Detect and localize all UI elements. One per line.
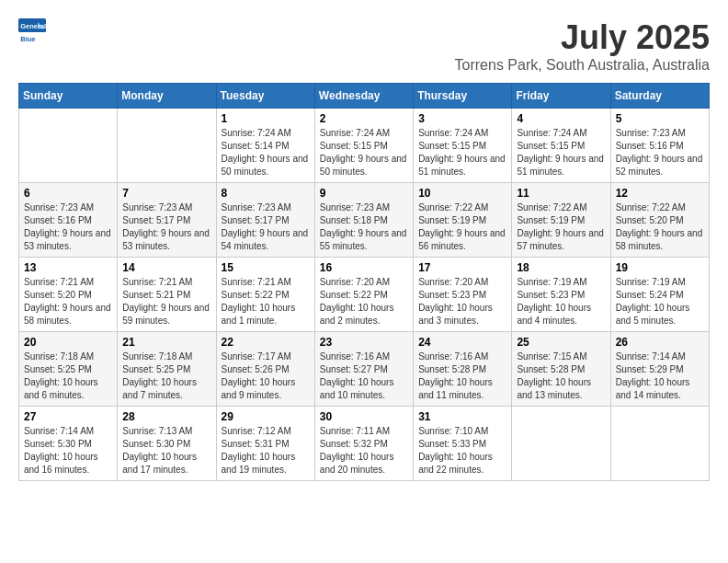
day-info: Sunrise: 7:19 AM Sunset: 5:23 PM Dayligh… (517, 276, 605, 327)
day-cell: 6Sunrise: 7:23 AM Sunset: 5:16 PM Daylig… (19, 183, 118, 258)
day-number: 16 (320, 261, 408, 274)
day-cell: 14Sunrise: 7:21 AM Sunset: 5:21 PM Dayli… (118, 258, 216, 332)
day-cell (118, 109, 216, 183)
day-cell: 20Sunrise: 7:18 AM Sunset: 5:25 PM Dayli… (19, 332, 118, 407)
day-info: Sunrise: 7:23 AM Sunset: 5:17 PM Dayligh… (222, 201, 310, 253)
col-sunday: Sunday (19, 84, 118, 109)
col-tuesday: Tuesday (216, 84, 314, 109)
calendar-subtitle: Torrens Park, South Australia, Australia (455, 57, 710, 74)
day-number: 29 (222, 410, 310, 423)
day-cell: 30Sunrise: 7:11 AM Sunset: 5:32 PM Dayli… (314, 407, 413, 481)
logo: General Blue (18, 18, 46, 46)
day-cell: 27Sunrise: 7:14 AM Sunset: 5:30 PM Dayli… (19, 407, 118, 481)
day-cell (19, 109, 118, 183)
col-monday: Monday (118, 84, 216, 109)
calendar-body: 1Sunrise: 7:24 AM Sunset: 5:14 PM Daylig… (19, 109, 710, 481)
day-info: Sunrise: 7:14 AM Sunset: 5:29 PM Dayligh… (616, 350, 704, 402)
day-number: 30 (320, 410, 408, 423)
day-info: Sunrise: 7:23 AM Sunset: 5:18 PM Dayligh… (320, 201, 408, 253)
day-cell: 7Sunrise: 7:23 AM Sunset: 5:17 PM Daylig… (118, 183, 216, 258)
day-cell: 12Sunrise: 7:22 AM Sunset: 5:20 PM Dayli… (610, 183, 709, 258)
day-cell (512, 407, 610, 481)
col-wednesday: Wednesday (314, 84, 413, 109)
day-cell: 5Sunrise: 7:23 AM Sunset: 5:16 PM Daylig… (610, 109, 709, 183)
day-number: 4 (517, 112, 605, 125)
day-number: 10 (418, 187, 506, 200)
day-info: Sunrise: 7:10 AM Sunset: 5:33 PM Dayligh… (418, 425, 506, 477)
day-cell: 13Sunrise: 7:21 AM Sunset: 5:20 PM Dayli… (19, 258, 118, 332)
day-number: 26 (616, 336, 704, 349)
day-cell: 23Sunrise: 7:16 AM Sunset: 5:27 PM Dayli… (314, 332, 413, 407)
day-number: 14 (122, 261, 210, 274)
day-info: Sunrise: 7:17 AM Sunset: 5:26 PM Dayligh… (222, 350, 310, 402)
svg-text:General: General (20, 22, 46, 30)
day-number: 23 (320, 336, 408, 349)
calendar-table: Sunday Monday Tuesday Wednesday Thursday… (18, 83, 710, 481)
day-number: 25 (517, 336, 605, 349)
day-cell: 25Sunrise: 7:15 AM Sunset: 5:28 PM Dayli… (512, 332, 610, 407)
calendar-header: Sunday Monday Tuesday Wednesday Thursday… (19, 84, 710, 109)
day-info: Sunrise: 7:23 AM Sunset: 5:16 PM Dayligh… (24, 201, 112, 253)
day-info: Sunrise: 7:16 AM Sunset: 5:27 PM Dayligh… (320, 350, 408, 402)
col-saturday: Saturday (610, 84, 709, 109)
day-info: Sunrise: 7:16 AM Sunset: 5:28 PM Dayligh… (418, 350, 506, 402)
week-row-3: 20Sunrise: 7:18 AM Sunset: 5:25 PM Dayli… (19, 332, 710, 407)
day-number: 1 (222, 112, 310, 125)
svg-text:Blue: Blue (20, 35, 35, 43)
day-cell: 24Sunrise: 7:16 AM Sunset: 5:28 PM Dayli… (414, 332, 512, 407)
day-number: 27 (24, 410, 112, 423)
day-cell: 10Sunrise: 7:22 AM Sunset: 5:19 PM Dayli… (414, 183, 512, 258)
day-cell: 18Sunrise: 7:19 AM Sunset: 5:23 PM Dayli… (512, 258, 610, 332)
day-info: Sunrise: 7:18 AM Sunset: 5:25 PM Dayligh… (24, 350, 112, 402)
day-info: Sunrise: 7:12 AM Sunset: 5:31 PM Dayligh… (222, 425, 310, 477)
day-number: 24 (418, 336, 506, 349)
week-row-0: 1Sunrise: 7:24 AM Sunset: 5:14 PM Daylig… (19, 109, 710, 183)
day-info: Sunrise: 7:24 AM Sunset: 5:15 PM Dayligh… (320, 127, 408, 178)
week-row-2: 13Sunrise: 7:21 AM Sunset: 5:20 PM Dayli… (19, 258, 710, 332)
calendar-title: July 2025 (455, 18, 710, 57)
day-number: 28 (122, 410, 210, 423)
day-number: 2 (320, 112, 408, 125)
day-info: Sunrise: 7:22 AM Sunset: 5:19 PM Dayligh… (517, 201, 605, 253)
logo-icon: General Blue (18, 18, 46, 46)
day-info: Sunrise: 7:23 AM Sunset: 5:17 PM Dayligh… (122, 201, 210, 253)
col-thursday: Thursday (414, 84, 512, 109)
day-cell: 19Sunrise: 7:19 AM Sunset: 5:24 PM Dayli… (610, 258, 709, 332)
title-block: July 2025 Torrens Park, South Australia,… (455, 18, 710, 74)
day-info: Sunrise: 7:24 AM Sunset: 5:14 PM Dayligh… (222, 127, 310, 178)
day-cell: 1Sunrise: 7:24 AM Sunset: 5:14 PM Daylig… (216, 109, 314, 183)
day-cell: 17Sunrise: 7:20 AM Sunset: 5:23 PM Dayli… (414, 258, 512, 332)
day-number: 17 (418, 261, 506, 274)
day-cell: 21Sunrise: 7:18 AM Sunset: 5:25 PM Dayli… (118, 332, 216, 407)
header-row: Sunday Monday Tuesday Wednesday Thursday… (19, 84, 710, 109)
day-info: Sunrise: 7:19 AM Sunset: 5:24 PM Dayligh… (616, 276, 704, 327)
page-header: General Blue July 2025 Torrens Park, Sou… (18, 18, 710, 74)
day-number: 9 (320, 187, 408, 200)
day-info: Sunrise: 7:15 AM Sunset: 5:28 PM Dayligh… (517, 350, 605, 402)
day-info: Sunrise: 7:24 AM Sunset: 5:15 PM Dayligh… (418, 127, 506, 178)
day-info: Sunrise: 7:11 AM Sunset: 5:32 PM Dayligh… (320, 425, 408, 477)
day-number: 20 (24, 336, 112, 349)
day-cell: 31Sunrise: 7:10 AM Sunset: 5:33 PM Dayli… (414, 407, 512, 481)
day-number: 6 (24, 187, 112, 200)
week-row-1: 6Sunrise: 7:23 AM Sunset: 5:16 PM Daylig… (19, 183, 710, 258)
day-number: 11 (517, 187, 605, 200)
day-number: 13 (24, 261, 112, 274)
day-number: 19 (616, 261, 704, 274)
day-number: 31 (418, 410, 506, 423)
day-info: Sunrise: 7:21 AM Sunset: 5:22 PM Dayligh… (222, 276, 310, 327)
day-number: 12 (616, 187, 704, 200)
day-cell: 2Sunrise: 7:24 AM Sunset: 5:15 PM Daylig… (314, 109, 413, 183)
day-number: 18 (517, 261, 605, 274)
day-cell: 11Sunrise: 7:22 AM Sunset: 5:19 PM Dayli… (512, 183, 610, 258)
day-info: Sunrise: 7:24 AM Sunset: 5:15 PM Dayligh… (517, 127, 605, 178)
day-number: 21 (122, 336, 210, 349)
day-number: 5 (616, 112, 704, 125)
week-row-4: 27Sunrise: 7:14 AM Sunset: 5:30 PM Dayli… (19, 407, 710, 481)
day-number: 8 (222, 187, 310, 200)
day-info: Sunrise: 7:22 AM Sunset: 5:19 PM Dayligh… (418, 201, 506, 253)
day-number: 3 (418, 112, 506, 125)
day-cell: 28Sunrise: 7:13 AM Sunset: 5:30 PM Dayli… (118, 407, 216, 481)
day-number: 15 (222, 261, 310, 274)
day-cell: 9Sunrise: 7:23 AM Sunset: 5:18 PM Daylig… (314, 183, 413, 258)
